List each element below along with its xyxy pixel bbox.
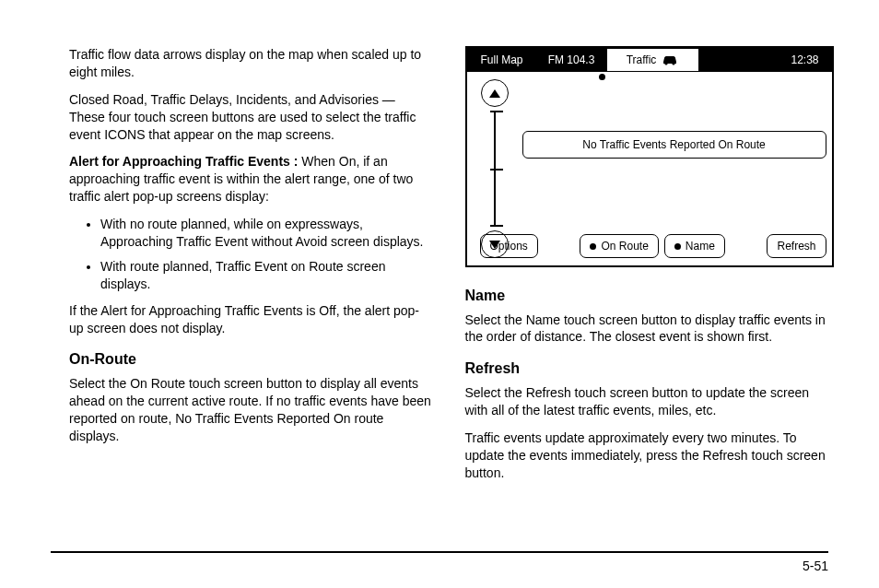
device-top-bar: Full Map FM 104.3 Traffic 12 — [467, 48, 832, 72]
bullet-list: With no route planned, while on expressw… — [69, 216, 433, 293]
heading-name: Name — [465, 286, 829, 306]
paragraph: Traffic flow data arrows display on the … — [69, 46, 433, 81]
chevron-up-icon — [489, 89, 500, 98]
list-item: With no route planned, while on expressw… — [100, 216, 433, 251]
paragraph: Select the Name touch screen button to d… — [465, 312, 829, 347]
name-label: Name — [686, 239, 715, 253]
active-tab-indicator-icon — [599, 74, 605, 80]
active-dot-icon — [590, 243, 596, 250]
full-map-button[interactable]: Full Map — [467, 48, 537, 72]
heading-on-route: On-Route — [69, 349, 433, 370]
name-button[interactable]: Name — [664, 234, 725, 258]
paragraph: If the Alert for Approaching Traffic Eve… — [69, 302, 433, 337]
traffic-tab-label: Traffic — [627, 53, 657, 67]
refresh-button[interactable]: Refresh — [767, 234, 826, 258]
top-bar-spacer — [699, 48, 779, 72]
left-column: Traffic flow data arrows display on the … — [69, 46, 433, 491]
on-route-button[interactable]: On Route — [580, 234, 658, 258]
right-column: Full Map FM 104.3 Traffic 12 — [465, 46, 829, 491]
list-item: With route planned, Traffic Event on Rou… — [100, 258, 433, 293]
paragraph: Select the Refresh touch screen button t… — [465, 384, 829, 419]
paragraph: Select the On Route touch screen button … — [69, 375, 433, 445]
fm-preset-button[interactable]: FM 104.3 — [537, 48, 607, 72]
device-screenshot: Full Map FM 104.3 Traffic 12 — [465, 46, 834, 267]
scroll-track — [494, 111, 496, 227]
svg-point-1 — [673, 62, 675, 65]
clock-display: 12:38 — [779, 48, 832, 72]
svg-point-0 — [665, 62, 668, 65]
traffic-tab[interactable]: Traffic — [607, 48, 699, 72]
active-dot-icon — [674, 243, 681, 250]
car-icon — [662, 55, 678, 65]
page-number: 5-51 — [803, 558, 828, 575]
on-route-label: On Route — [601, 239, 648, 253]
paragraph: Closed Road, Traffic Delays, Incidents, … — [69, 91, 433, 144]
no-events-banner: No Traffic Events Reported On Route — [522, 131, 826, 159]
scroll-up-button[interactable] — [481, 79, 509, 107]
device-bottom-bar: Options On Route Name Refresh — [480, 234, 826, 258]
inline-heading: Alert for Approaching Traffic Events : — [69, 154, 298, 169]
options-button[interactable]: Options — [480, 234, 538, 258]
footer-rule — [51, 551, 828, 553]
paragraph: Traffic events update approximately ever… — [465, 429, 829, 482]
paragraph: Alert for Approaching Traffic Events : W… — [69, 153, 433, 206]
heading-refresh: Refresh — [465, 359, 829, 379]
